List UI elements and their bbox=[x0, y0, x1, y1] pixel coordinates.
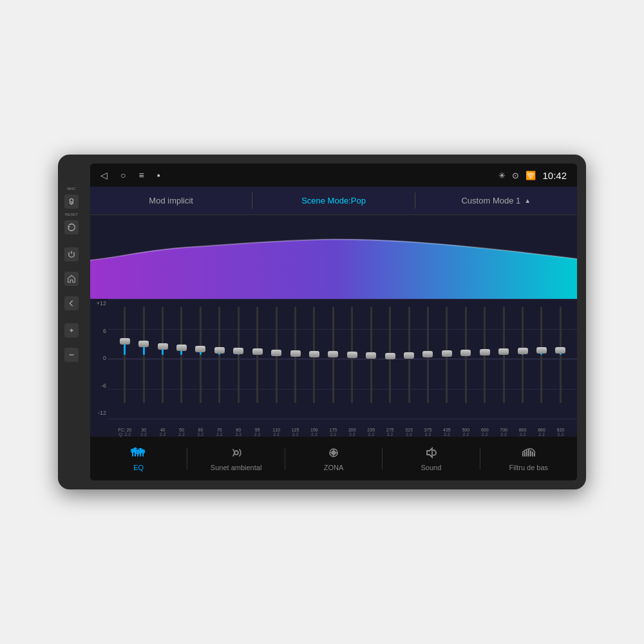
slider-track-70[interactable] bbox=[218, 307, 220, 402]
slider-thumb-40[interactable] bbox=[158, 343, 168, 350]
slider-thumb-435[interactable] bbox=[442, 350, 452, 357]
q-label-40: 2.2 bbox=[160, 432, 166, 437]
vol-up-button[interactable] bbox=[64, 323, 79, 337]
nav-item-eq[interactable]: EQ bbox=[90, 441, 187, 477]
slider-track-wrap-600 bbox=[476, 301, 493, 408]
q-label-800: 2.2 bbox=[520, 432, 526, 437]
q-label-175: 2.2 bbox=[330, 432, 336, 437]
bottom-nav: EQ Sunet ambiental bbox=[90, 437, 577, 480]
mic-button[interactable] bbox=[64, 194, 79, 209]
slider-track-315[interactable] bbox=[408, 307, 410, 402]
slider-thumb-860[interactable] bbox=[536, 347, 547, 354]
slider-thumb-235[interactable] bbox=[366, 352, 376, 359]
slider-col-125 bbox=[287, 301, 304, 408]
tab-custom-mode[interactable]: Custom Mode 1 ▲ bbox=[415, 187, 577, 214]
slider-col-920 bbox=[552, 301, 569, 408]
slider-track-235[interactable] bbox=[370, 307, 372, 402]
slider-thumb-800[interactable] bbox=[518, 348, 528, 354]
freq-label-125: 125 bbox=[292, 428, 299, 432]
nav-item-zona[interactable]: ZONA bbox=[285, 441, 382, 477]
freq-label-200: 200 bbox=[348, 428, 356, 432]
freq-label-920: 920 bbox=[557, 428, 565, 432]
slider-thumb-125[interactable] bbox=[290, 350, 301, 357]
nav-item-sound[interactable]: Sound bbox=[383, 441, 479, 477]
q-label-200: 2.2 bbox=[349, 432, 355, 437]
slider-thumb-60[interactable] bbox=[195, 346, 205, 352]
nav-item-filtru-de-bas[interactable]: Filtru de bas bbox=[480, 441, 577, 477]
slider-track-110[interactable] bbox=[276, 307, 278, 402]
slider-track-50[interactable] bbox=[180, 307, 182, 402]
slider-thumb-175[interactable] bbox=[328, 351, 338, 357]
slider-thumb-200[interactable] bbox=[347, 352, 357, 358]
scale-labels: +12 6 0 -6 -12 bbox=[90, 299, 108, 417]
scale-0: 0 bbox=[90, 355, 108, 361]
slider-track-200[interactable] bbox=[351, 307, 353, 402]
slider-track-wrap-40 bbox=[154, 301, 171, 408]
slider-track-20[interactable] bbox=[124, 307, 126, 402]
freq-label-50: 50 bbox=[179, 428, 184, 432]
slider-track-125[interactable] bbox=[294, 307, 296, 402]
reset-button[interactable] bbox=[64, 220, 79, 234]
freq-col-label-40: 402.2 bbox=[154, 428, 171, 437]
svg-rect-2 bbox=[135, 448, 136, 457]
tab-mod-implicit[interactable]: Mod implicit bbox=[90, 187, 252, 214]
slider-track-600[interactable] bbox=[484, 307, 486, 402]
slider-thumb-20[interactable] bbox=[120, 338, 130, 345]
slider-thumb-275[interactable] bbox=[385, 353, 395, 359]
q-label-80: 2.2 bbox=[235, 432, 242, 437]
slider-thumb-375[interactable] bbox=[422, 351, 433, 357]
vol-down-button[interactable] bbox=[64, 348, 79, 362]
menu-nav-icon[interactable]: ≡ bbox=[138, 170, 144, 180]
home-button[interactable] bbox=[64, 272, 79, 286]
slider-track-860[interactable] bbox=[540, 307, 542, 402]
freq-col-label-110: 1102.2 bbox=[267, 428, 285, 437]
slider-track-40[interactable] bbox=[162, 307, 164, 402]
slider-thumb-500[interactable] bbox=[460, 350, 471, 356]
freq-label-315: 315 bbox=[405, 428, 413, 432]
slider-track-95[interactable] bbox=[256, 307, 258, 402]
back-nav-icon[interactable]: ◁ bbox=[100, 170, 108, 180]
slider-col-235 bbox=[362, 301, 379, 408]
slider-col-700 bbox=[495, 301, 512, 408]
tab-scene-mode[interactable]: Scene Mode:Pop bbox=[252, 187, 414, 214]
slider-track-500[interactable] bbox=[465, 307, 467, 402]
slider-track-60[interactable] bbox=[200, 307, 202, 402]
slider-track-920[interactable] bbox=[560, 307, 562, 402]
circle-nav-icon[interactable]: ○ bbox=[120, 170, 126, 180]
slider-thumb-80[interactable] bbox=[233, 348, 243, 354]
square-nav-icon[interactable]: ▪ bbox=[157, 170, 160, 180]
slider-thumb-600[interactable] bbox=[480, 349, 490, 355]
slider-track-435[interactable] bbox=[446, 307, 448, 402]
slider-col-70 bbox=[211, 301, 228, 408]
power-button[interactable] bbox=[64, 247, 79, 261]
slider-track-80[interactable] bbox=[238, 307, 240, 402]
slider-thumb-30[interactable] bbox=[138, 341, 149, 347]
slider-thumb-700[interactable] bbox=[498, 348, 509, 355]
svg-rect-22 bbox=[532, 451, 533, 457]
q-label-50: 2.2 bbox=[178, 432, 185, 437]
slider-track-175[interactable] bbox=[332, 307, 334, 402]
slider-thumb-70[interactable] bbox=[214, 347, 225, 354]
slider-track-wrap-920 bbox=[552, 301, 569, 408]
slider-track-700[interactable] bbox=[503, 307, 505, 402]
freq-label-70: 70 bbox=[217, 428, 222, 432]
slider-thumb-50[interactable] bbox=[176, 345, 187, 351]
freq-col-label-125: 1252.2 bbox=[287, 428, 304, 437]
freq-col-label-200: 2002.2 bbox=[343, 428, 361, 437]
freq-col-label-50: 502.2 bbox=[173, 428, 190, 437]
slider-track-375[interactable] bbox=[427, 307, 429, 402]
nav-item-sunet-ambiental[interactable]: Sunet ambiental bbox=[187, 441, 284, 477]
side-buttons: MHC RESET bbox=[64, 187, 79, 362]
slider-thumb-110[interactable] bbox=[271, 350, 281, 356]
slider-thumb-95[interactable] bbox=[252, 348, 263, 355]
q-label-30: 2.2 bbox=[140, 432, 147, 437]
slider-thumb-315[interactable] bbox=[404, 352, 414, 359]
slider-track-275[interactable] bbox=[389, 307, 391, 402]
slider-track-800[interactable] bbox=[522, 307, 524, 402]
slider-thumb-920[interactable] bbox=[555, 347, 565, 354]
slider-track-30[interactable] bbox=[143, 307, 145, 402]
back-side-button[interactable] bbox=[64, 296, 79, 310]
q-prefix: Q: 2.2 bbox=[118, 432, 131, 437]
slider-thumb-150[interactable] bbox=[309, 351, 319, 357]
slider-track-150[interactable] bbox=[313, 307, 315, 402]
